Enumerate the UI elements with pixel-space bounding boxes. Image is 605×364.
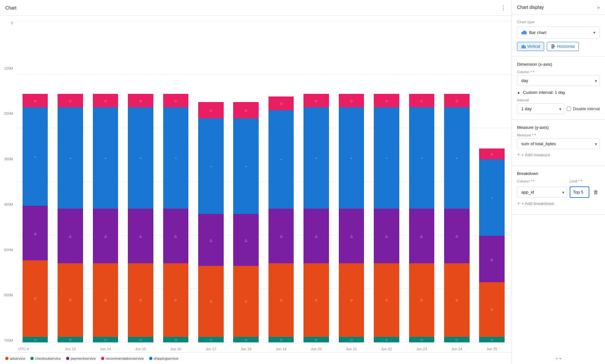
chart-header: Chart ⋮ [0,0,511,16]
breakdown-delete-icon[interactable]: 🗑 [592,188,600,197]
bar-segment-blue: ○ [303,107,329,208]
segment-icon-teal: □ [140,338,142,341]
chart-type-arrow-icon: ▾ [593,30,596,35]
segment-icon-blue: ○ [69,156,71,160]
bar-segment-orange: ▽ [339,263,364,337]
bar-group[interactable]: □▽△○◇ [370,21,403,342]
breakdown-column-select[interactable]: app_id ▾ [517,187,567,198]
bar-group[interactable]: □▽△○◇ [440,21,474,342]
breakdown-section: Breakdown Column * Limit * app_id ▾ 🗑 [512,166,605,215]
add-measure-button[interactable]: + + Add measure [517,149,600,160]
bar-chart-icon [521,29,527,36]
bar-group[interactable]: □▽△○◇ [194,21,228,342]
bar-segment-orange: ▽ [409,263,435,337]
legend-item: paymentservice [66,356,96,360]
interval-dropdown[interactable]: 1 day [517,103,564,114]
legend-item: adservice [5,356,25,360]
vertical-button[interactable]: Vertical [517,42,544,51]
segment-icon-pink: ◇ [385,99,388,102]
measure-section: Measure (y-axis) Measure * sum of total_… [512,120,605,166]
segment-icon-orange: ▽ [280,298,283,302]
bar-group[interactable]: □▽△○◇ [475,21,509,342]
add-breakdown-label: + Add breakdown [521,201,554,206]
segment-icon-orange: ▽ [174,298,177,302]
segment-icon-pink: ◇ [210,108,212,112]
bar-segment-orange: ▽ [479,282,505,337]
legend-item: recommendationservice [101,356,144,360]
segment-icon-teal: □ [491,338,493,341]
more-options-icon[interactable]: ⋮ [500,4,506,11]
legend-item: shippingservice [149,356,179,360]
breakdown-limit-input[interactable] [570,186,589,198]
bar-segment-pink: ◇ [374,94,399,108]
segment-icon-purple: △ [420,234,423,238]
disable-interval-checkbox[interactable] [567,107,571,111]
segment-icon-teal: □ [245,338,247,341]
bar-segment-purple: △ [444,209,470,263]
bar-group[interactable]: □▽△○◇ [53,21,87,342]
measure-dropdown[interactable]: sum of total_bytes [517,138,600,149]
legend-dot [66,357,69,360]
bar-segment-pink: ◇ [58,94,83,108]
bar-segment-orange: ▽ [93,263,118,337]
segment-icon-blue: ○ [34,155,36,158]
svg-rect-0 [522,32,523,34]
bar-group[interactable]: □▽△○◇ [229,21,263,342]
segment-icon-blue: ○ [315,156,317,160]
measure-select-field[interactable]: sum of total_bytes ▾ [517,138,600,149]
measure-field-label: Measure * [517,133,600,137]
horizontal-button[interactable]: Horizontal [547,42,579,51]
add-breakdown-button[interactable]: + + Add breakdown [517,198,600,209]
bar-segment-blue: ○ [268,110,294,209]
x-axis-label: Jun 19 [264,347,298,351]
bar-segment-blue: ○ [479,159,505,236]
bar-group[interactable]: □▽△○◇ [335,21,368,342]
bar-segment-teal: □ [268,337,294,342]
custom-interval-header[interactable]: ▲ Custom interval: 1 day [517,90,600,95]
breakdown-column-dropdown[interactable]: app_id [517,187,567,198]
legend-label: recommendationservice [106,356,144,360]
bar-segment-orange: ▽ [58,263,83,337]
bar-segment-blue: ○ [409,107,435,208]
expand-button[interactable]: ⌄⌄ [555,354,562,361]
svg-rect-1 [523,31,524,34]
bar-segment-pink: ◇ [233,102,259,118]
y-axis-label: 700M [4,338,13,342]
svg-rect-7 [551,44,554,45]
panel-title: Chart display [517,5,544,10]
breakdown-column-label: Column * [517,179,567,183]
bar-segment-teal: □ [339,337,364,342]
chart-legend: adservicecheckoutservicepaymentservicere… [0,352,511,364]
segment-icon-purple: △ [385,234,388,238]
segment-icon-blue: ○ [210,165,212,168]
legend-label: shippingservice [154,356,179,360]
orientation-buttons: Vertical Horizontal [517,42,600,51]
breakdown-limit-field[interactable] [570,186,589,198]
bar-segment-blue: ○ [374,107,399,208]
segment-icon-purple: △ [69,234,72,238]
segment-icon-purple: △ [280,234,283,238]
collapse-icon[interactable]: » [597,5,600,10]
vertical-label: Vertical [527,44,540,49]
disable-interval-label[interactable]: Disable interval [567,107,600,111]
bar-group[interactable]: □▽△○◇ [405,21,439,342]
bar-segment-blue: ○ [198,118,224,214]
bar-segment-orange: ▽ [23,260,48,337]
bar-segment-purple: △ [198,214,224,266]
disable-interval-text: Disable interval [573,107,600,111]
bar-segment-purple: △ [303,209,329,263]
dimension-column-select[interactable]: day ▾ [517,75,600,86]
segment-icon-pink: ◇ [34,99,37,102]
bar-group[interactable]: □▽△○◇ [124,21,157,342]
bar-group[interactable]: □▽△○◇ [264,21,298,342]
interval-select[interactable]: 1 day ▾ [517,103,564,114]
dimension-column-dropdown[interactable]: day [517,75,600,86]
chart-type-field[interactable]: Bar chart ▾ [517,26,600,39]
bar-segment-pink: ◇ [444,94,470,108]
bar-group[interactable]: □▽△○◇ [159,21,193,342]
breakdown-limit-label: Limit * [570,179,589,183]
bar-group[interactable]: □▽△○◇ [89,21,122,342]
bar-group[interactable]: □▽△○◇ [299,21,333,342]
bar-group[interactable]: □▽△○◇ [18,21,52,342]
bar-segment-blue: ○ [444,107,470,208]
